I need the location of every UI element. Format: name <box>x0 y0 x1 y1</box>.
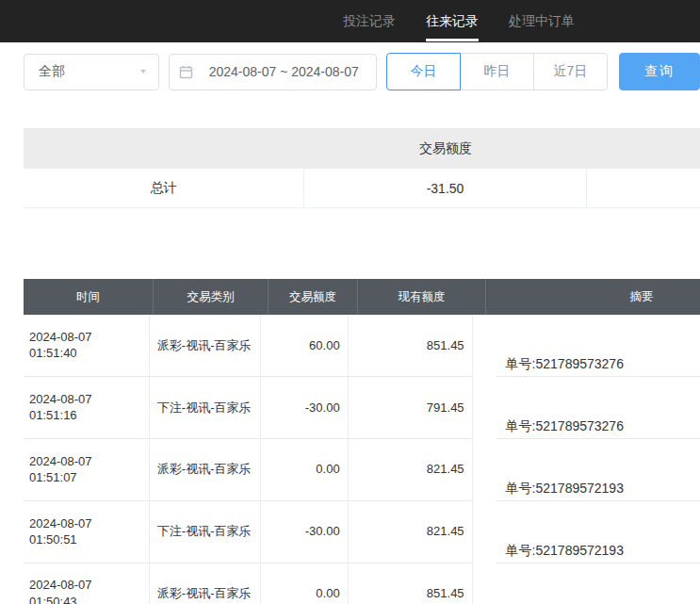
cell-time: 2024-08-07 01:50:43 <box>24 563 150 604</box>
summary-header-amount: 交易额度 <box>304 128 587 169</box>
last-7-days-button[interactable]: 近7日 <box>533 53 608 90</box>
header-summary: 摘要 <box>486 279 700 315</box>
cell-type: 下注-视讯-百家乐 <box>150 377 261 439</box>
cell-summary: 单号:521789573276 <box>497 352 700 377</box>
today-button[interactable]: 今日 <box>386 53 461 90</box>
summary-total-amount: -31.50 <box>304 169 587 207</box>
records-table: 时间 交易类别 交易额度 现有额度 摘要 2024-08-07 01:51:40… <box>24 279 700 604</box>
calendar-icon <box>179 65 193 79</box>
query-button[interactable]: 查询 <box>619 53 700 90</box>
summary-total-row: 总计 -31.50 <box>24 169 700 208</box>
date-range-input[interactable]: 2024-08-07 ~ 2024-08-07 <box>169 54 377 90</box>
cell-time: 2024-08-07 01:51:07 <box>24 439 150 501</box>
cell-time: 2024-08-07 01:50:51 <box>24 501 150 563</box>
cell-amount: -30.00 <box>261 377 348 439</box>
records-header-row: 时间 交易类别 交易额度 现有额度 摘要 <box>24 279 700 315</box>
cell-amount: -30.00 <box>261 501 348 563</box>
type-select[interactable]: 全部 ▼ <box>24 54 159 90</box>
cell-summary: 单号:521789572193 <box>497 477 700 501</box>
cell-balance: 821.45 <box>349 439 473 501</box>
quick-date-group: 今日 昨日 近7日 <box>386 53 608 90</box>
cell-balance: 791.45 <box>349 377 473 439</box>
cell-type: 派彩-视讯-百家乐 <box>150 563 261 604</box>
table-row: 2024-08-07 01:51:07 派彩-视讯-百家乐 0.00 821.4… <box>24 439 700 501</box>
summary-header-empty <box>24 128 304 169</box>
top-nav: 投注记录 往来记录 处理中订单 <box>0 0 700 42</box>
table-row: 2024-08-07 01:50:43 派彩-视讯-百家乐 0.00 851.4… <box>24 563 700 604</box>
header-type: 交易类别 <box>154 279 269 315</box>
tab-betting-records[interactable]: 投注记录 <box>343 0 396 42</box>
cell-time: 2024-08-07 01:51:40 <box>24 315 150 377</box>
summary-total-clipped <box>587 169 700 207</box>
cell-amount: 0.00 <box>261 563 348 604</box>
header-time: 时间 <box>24 279 154 315</box>
tab-transaction-records[interactable]: 往来记录 <box>426 0 479 42</box>
cell-summary: 单号:521789573276 <box>497 415 700 439</box>
table-row: 2024-08-07 01:50:51 下注-视讯-百家乐 -30.00 821… <box>24 501 700 563</box>
table-row: 2024-08-07 01:51:40 派彩-视讯-百家乐 60.00 851.… <box>24 315 700 377</box>
chevron-down-icon: ▼ <box>139 68 148 75</box>
tab-processing-orders[interactable]: 处理中订单 <box>509 0 575 42</box>
cell-amount: 0.00 <box>261 439 348 501</box>
transactions-page: 投注记录 往来记录 处理中订单 全部 ▼ 2024-08-07 ~ 2024-0… <box>0 0 700 604</box>
cell-summary: 单号:521789572193 <box>497 539 700 563</box>
summary-table: 交易额度 总计 -31.50 <box>24 128 700 208</box>
cell-balance: 821.45 <box>349 501 473 563</box>
summary-total-label: 总计 <box>24 169 304 207</box>
type-select-value: 全部 <box>39 63 139 80</box>
cell-balance: 851.45 <box>349 315 473 377</box>
cell-amount: 60.00 <box>261 315 348 377</box>
date-range-value: 2024-08-07 ~ 2024-08-07 <box>201 64 366 79</box>
filter-bar: 全部 ▼ 2024-08-07 ~ 2024-08-07 今日 昨日 近7日 查… <box>24 53 700 90</box>
summary-header-row: 交易额度 <box>24 128 700 169</box>
cell-type: 派彩-视讯-百家乐 <box>150 439 261 501</box>
cell-summary: 单号:521789571308 <box>497 601 700 604</box>
cell-type: 派彩-视讯-百家乐 <box>150 315 261 377</box>
header-amount: 交易额度 <box>269 279 358 315</box>
yesterday-button[interactable]: 昨日 <box>460 53 534 90</box>
cell-type: 下注-视讯-百家乐 <box>150 501 261 563</box>
header-balance: 现有额度 <box>358 279 486 315</box>
cell-balance: 851.45 <box>349 563 473 604</box>
table-row: 2024-08-07 01:51:16 下注-视讯-百家乐 -30.00 791… <box>24 377 700 439</box>
cell-time: 2024-08-07 01:51:16 <box>24 377 150 439</box>
summary-header-clipped <box>587 128 700 169</box>
